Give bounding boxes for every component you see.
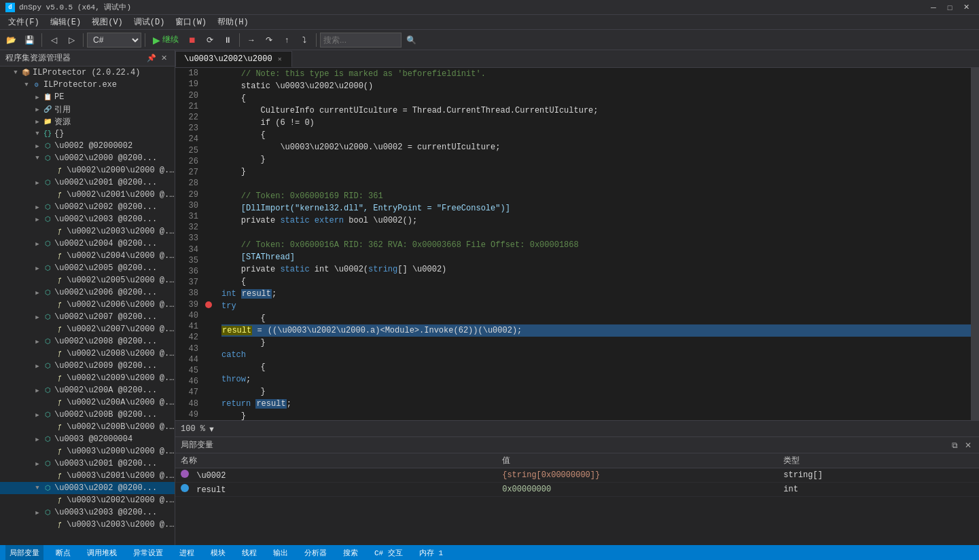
list-item[interactable]: ƒ\u0003\u2002\u2000 @...: [0, 494, 175, 506]
list-item[interactable]: ƒ\u0003\u2003\u2000 @...: [0, 519, 175, 531]
list-item[interactable]: ƒ\u0002\u200A\u2000 @...: [0, 396, 175, 409]
expand-icon[interactable]: ▶: [33, 178, 42, 187]
tab-close-btn[interactable]: ✕: [277, 54, 283, 64]
expand-icon[interactable]: ▶: [33, 288, 42, 297]
list-item[interactable]: ▶⬡\u0003\u2003 @0200...: [0, 506, 175, 519]
tab-active[interactable]: \u0003\u2002\u2000 ✕: [175, 51, 292, 67]
code-lines-scroll[interactable]: // Note: this type is marked as 'beforef…: [216, 68, 971, 420]
expand-icon[interactable]: ▼: [33, 153, 42, 163]
menu-window[interactable]: 窗口(W): [170, 15, 212, 29]
expand-icon[interactable]: ▶: [33, 361, 42, 371]
status-tab[interactable]: 模块: [207, 545, 230, 560]
search-input[interactable]: [320, 33, 402, 48]
list-item[interactable]: ƒ\u0002\u2003\u2000 @...: [0, 225, 175, 238]
tree-item-ref[interactable]: ▶ 🔗 引用: [0, 103, 175, 115]
expand-icon[interactable]: ▶: [33, 337, 42, 346]
close-button[interactable]: ✕: [959, 0, 974, 15]
stop-button[interactable]: ⏹: [184, 32, 200, 48]
status-tab[interactable]: 进程: [175, 545, 198, 560]
menu-view[interactable]: 视图(V): [86, 15, 128, 29]
list-item[interactable]: ƒ\u0002\u2009\u2000 @...: [0, 372, 175, 384]
status-tab[interactable]: 断点: [52, 545, 75, 560]
expand-icon[interactable]: ▶: [33, 508, 42, 517]
sidebar-tree[interactable]: ▼ 📦 ILProtector (2.0.22.4) ▼ ⚙ ILProtect…: [0, 67, 175, 545]
list-item[interactable]: ▶⬡\u0002 @02000002: [0, 140, 175, 152]
list-item[interactable]: ▶⬡\u0002\u2002 @0200...: [0, 201, 175, 213]
list-item[interactable]: ƒ\u0002\u2008\u2000 @...: [0, 348, 175, 360]
list-item[interactable]: result 0x00000000 int: [175, 483, 979, 497]
expand-icon[interactable]: ▶: [33, 410, 42, 419]
list-item[interactable]: ▶⬡\u0002\u2007 @0200...: [0, 311, 175, 323]
expand-icon[interactable]: ▶: [33, 386, 42, 395]
menu-edit[interactable]: 编辑(E): [45, 15, 87, 29]
list-item[interactable]: ▶⬡\u0002\u2004 @0200...: [0, 238, 175, 250]
toolbar-open-btn[interactable]: 📂: [3, 32, 20, 48]
expand-icon[interactable]: ▶: [33, 239, 42, 248]
list-item[interactable]: ▼⬡\u0003\u2002 @0200...: [0, 482, 175, 494]
expand-icon[interactable]: ▶: [33, 263, 42, 273]
language-select[interactable]: C#: [87, 33, 141, 48]
list-item[interactable]: ▶⬡\u0003\u2001 @0200...: [0, 458, 175, 470]
list-item[interactable]: ƒ\u0002\u2001\u2000 @...: [0, 189, 175, 201]
list-item[interactable]: ▶⬡\u0003 @02000004: [0, 433, 175, 445]
status-tab[interactable]: 分析器: [300, 545, 331, 560]
run-to-btn[interactable]: ⤵: [296, 32, 313, 48]
list-item[interactable]: ƒ\u0002\u200B\u2000 @...: [0, 421, 175, 433]
expand-icon[interactable]: ▼: [11, 68, 20, 77]
list-item[interactable]: ▶⬡\u0002\u2001 @0200...: [0, 176, 175, 189]
menu-file[interactable]: 文件(F): [3, 15, 45, 29]
expand-icon[interactable]: ▶: [33, 202, 42, 212]
tree-item-root[interactable]: ▼ 📦 ILProtector (2.0.22.4): [0, 67, 175, 79]
status-tab[interactable]: 搜索: [339, 545, 362, 560]
expand-icon[interactable]: ▶: [33, 459, 42, 468]
right-scrollbar[interactable]: [971, 68, 979, 420]
expand-icon[interactable]: ▼: [33, 483, 42, 493]
continue-button[interactable]: ▶ 继续: [149, 32, 183, 48]
expand-icon[interactable]: ▶: [33, 117, 42, 126]
step-into-btn[interactable]: →: [243, 32, 260, 48]
search-btn[interactable]: 🔍: [403, 32, 420, 48]
tree-item-exe[interactable]: ▼ ⚙ ILProtector.exe: [0, 79, 175, 91]
status-tab[interactable]: 调用堆栈: [83, 545, 121, 560]
status-tab[interactable]: 局部变量: [5, 545, 43, 560]
tree-item-ns[interactable]: ▼ {} {}: [0, 128, 175, 140]
tree-item-res[interactable]: ▶ 📁 资源: [0, 115, 175, 128]
list-item[interactable]: ▶⬡\u0002\u200A @0200...: [0, 384, 175, 396]
zoom-dropdown[interactable]: ▼: [208, 425, 215, 433]
menu-debug[interactable]: 调试(D): [128, 15, 171, 29]
list-item[interactable]: ƒ\u0002\u2000\u2000 @...: [0, 164, 175, 176]
status-tab[interactable]: 线程: [238, 545, 261, 560]
list-item[interactable]: \u0002 {string[0x00000000]} string[]: [175, 468, 979, 483]
list-item[interactable]: ▶⬡\u0002\u200B @0200...: [0, 409, 175, 421]
list-item[interactable]: ƒ\u0003\u2000\u2000 @...: [0, 445, 175, 458]
expand-icon[interactable]: ▶: [33, 312, 42, 322]
float-button[interactable]: ⧉: [949, 440, 960, 451]
restart-button[interactable]: ⟳: [202, 32, 218, 48]
expand-icon[interactable]: ▶: [33, 214, 42, 224]
expand-icon[interactable]: ▶: [33, 92, 42, 102]
step-out-btn[interactable]: ↑: [279, 32, 295, 48]
list-item[interactable]: ƒ\u0002\u2007\u2000 @...: [0, 323, 175, 335]
list-item[interactable]: ▼⬡\u0002\u2000 @0200...: [0, 152, 175, 164]
breakpoint-marker[interactable]: [202, 301, 215, 308]
toolbar-back-btn[interactable]: ◁: [46, 32, 62, 48]
list-item[interactable]: ▶⬡\u0002\u2003 @0200...: [0, 213, 175, 225]
list-item[interactable]: ▶⬡\u0002\u2009 @0200...: [0, 360, 175, 372]
tree-item-pe[interactable]: ▶ 📋 PE: [0, 91, 175, 103]
list-item[interactable]: ▶⬡\u0002\u2006 @0200...: [0, 286, 175, 299]
status-tab[interactable]: 异常设置: [129, 545, 167, 560]
list-item[interactable]: ƒ\u0002\u2004\u2000 @...: [0, 250, 175, 262]
close-panel-button[interactable]: ✕: [963, 440, 974, 451]
sidebar-pin-btn[interactable]: 📌: [146, 53, 157, 64]
expand-icon[interactable]: ▼: [33, 129, 42, 138]
expand-icon[interactable]: ▼: [22, 80, 31, 90]
status-tab[interactable]: C# 交互: [370, 545, 407, 560]
status-tab[interactable]: 输出: [269, 545, 292, 560]
maximize-button[interactable]: □: [942, 0, 957, 15]
list-item[interactable]: ▶⬡\u0002\u2005 @0200...: [0, 262, 175, 274]
pause-button[interactable]: ⏸: [219, 32, 236, 48]
step-over-btn[interactable]: ↷: [261, 32, 277, 48]
expand-icon[interactable]: ▶: [33, 434, 42, 444]
sidebar-close-btn[interactable]: ✕: [158, 53, 169, 64]
menu-help[interactable]: 帮助(H): [212, 15, 254, 29]
